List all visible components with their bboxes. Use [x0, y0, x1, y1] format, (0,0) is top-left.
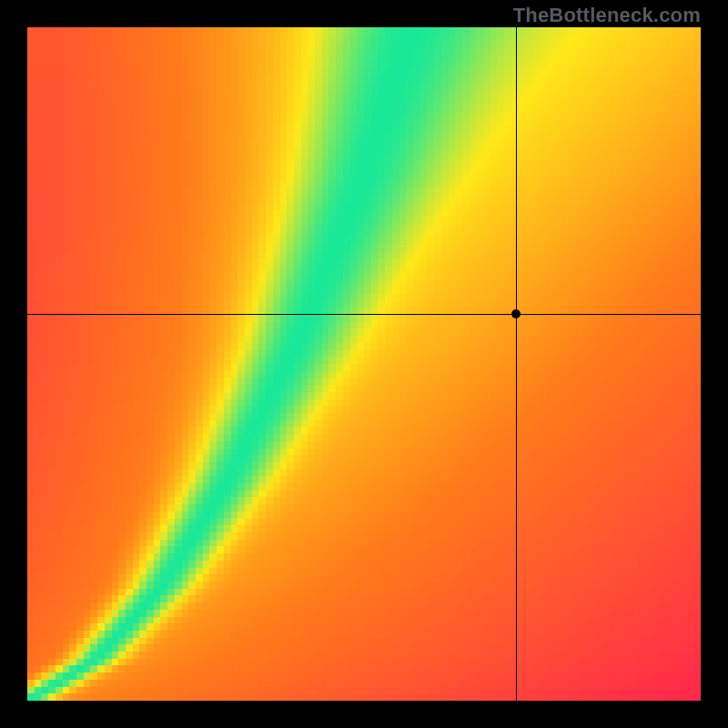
chart-frame: TheBottleneck.com	[0, 0, 728, 728]
watermark-label: TheBottleneck.com	[513, 4, 701, 27]
heatmap-canvas	[27, 27, 701, 701]
